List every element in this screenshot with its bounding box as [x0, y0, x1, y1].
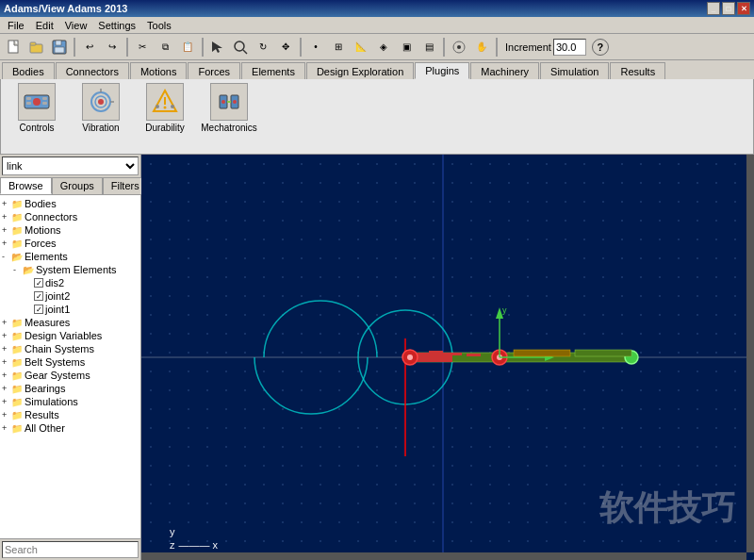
tb-shaded-button[interactable]: ▤ [418, 37, 439, 58]
list-item[interactable]: ✓ joint1 [2, 303, 139, 316]
tb-wire-button[interactable]: ▣ [396, 37, 417, 58]
folder-open-icon: 📂 [11, 252, 23, 262]
increment-label: Increment [505, 41, 551, 53]
list-item[interactable]: ✓ joint2 [2, 289, 139, 303]
list-item[interactable]: + 📁 Gear Systems [2, 369, 139, 382]
tb-measure-button[interactable]: 📐 [351, 37, 371, 58]
close-button[interactable]: ✕ [737, 2, 750, 15]
tb-save-button[interactable] [49, 37, 70, 58]
browse-tab-browse[interactable]: Browse [0, 177, 52, 194]
tab-bodies[interactable]: Bodies [2, 62, 55, 79]
svg-rect-16 [42, 102, 47, 105]
tab-results[interactable]: Results [610, 62, 665, 79]
toolbar-separator-6 [496, 38, 498, 57]
tb-rotate-button[interactable]: ↻ [253, 37, 273, 58]
list-item[interactable]: - 📂 Elements [2, 250, 139, 263]
ribbon-mechatronics-icon[interactable] [210, 83, 248, 121]
list-item[interactable]: + 📁 Results [2, 408, 139, 421]
check-icon: ✓ [34, 305, 43, 314]
svg-rect-13 [26, 97, 31, 100]
tab-elements[interactable]: Elements [241, 62, 305, 79]
expand-icon: + [2, 384, 11, 393]
tab-machinery[interactable]: Machinery [470, 62, 539, 79]
list-item[interactable]: + 📁 Connectors [2, 210, 139, 223]
svg-line-8 [243, 50, 247, 54]
list-item[interactable]: + 📁 Measures [2, 316, 139, 329]
ribbon-durability-icon[interactable] [146, 83, 184, 121]
list-item[interactable]: + 📁 Belt Systems [2, 355, 139, 369]
x-axis-label: ——— x [179, 539, 219, 551]
tb-hand-button[interactable]: ✋ [471, 37, 492, 58]
svg-rect-4 [56, 41, 61, 45]
maximize-button[interactable]: □ [722, 2, 735, 15]
tb-zoom-button[interactable] [230, 37, 251, 58]
ribbon-vibration-icon[interactable] [82, 83, 120, 121]
list-item[interactable]: - 📂 System Elements [2, 263, 139, 276]
main-area: link Browse Groups Filters + 📁 Bodies + … [0, 155, 754, 560]
app-title: Adams/View Adams 2013 [4, 3, 127, 14]
tb-undo-button[interactable]: ↩ [79, 37, 100, 58]
help-button[interactable]: ? [592, 39, 609, 56]
tb-new-button[interactable] [4, 37, 25, 58]
object-type-select[interactable]: link [2, 156, 139, 175]
svg-rect-53 [429, 351, 443, 354]
menu-file[interactable]: File [2, 17, 30, 33]
tab-forces[interactable]: Forces [188, 62, 240, 79]
tab-design-exploration[interactable]: Design Exploration [306, 62, 414, 79]
list-item[interactable]: + 📁 Bodies [2, 197, 139, 210]
ribbon-group-durability-items [146, 83, 184, 121]
tree-view[interactable]: + 📁 Bodies + 📁 Connectors + 📁 Motions + … [0, 195, 140, 538]
tab-simulation[interactable]: Simulation [540, 62, 609, 79]
tb-copy-button[interactable]: ⧉ [155, 37, 175, 58]
ribbon-controls-icon[interactable] [18, 83, 56, 121]
tb-select-button[interactable] [207, 37, 228, 58]
list-item[interactable]: + 📁 Forces [2, 237, 139, 250]
list-item[interactable]: + 📁 Design Variables [2, 329, 139, 342]
list-item[interactable]: + 📁 All Other [2, 421, 139, 435]
viewport[interactable]: link [141, 155, 754, 560]
minimize-button[interactable]: _ [707, 2, 720, 15]
tb-open-button[interactable] [26, 37, 47, 58]
menu-tools[interactable]: Tools [141, 17, 177, 33]
list-item[interactable]: ✓ dis2 [2, 276, 139, 289]
menu-edit[interactable]: Edit [30, 17, 59, 33]
tree-label: Elements [25, 251, 68, 262]
menu-view[interactable]: View [59, 17, 93, 33]
tab-motions[interactable]: Motions [130, 62, 188, 79]
tab-plugins[interactable]: Plugins [415, 62, 469, 79]
svg-rect-14 [26, 102, 31, 105]
svg-point-25 [156, 105, 159, 108]
tb-pan-button[interactable]: ✥ [275, 37, 296, 58]
expand-icon: - [2, 252, 11, 261]
tb-grid-button[interactable]: ⊞ [328, 37, 349, 58]
increment-input[interactable] [553, 39, 586, 56]
menu-settings[interactable]: Settings [92, 17, 141, 33]
folder-icon: 📁 [11, 331, 23, 341]
tb-cut-button[interactable]: ✂ [132, 37, 153, 58]
tab-connectors[interactable]: Connectors [56, 62, 129, 79]
menu-bar: File Edit View Settings Tools [0, 17, 754, 34]
list-item[interactable]: + 📁 Simulations [2, 395, 139, 408]
tree-label: Forces [25, 238, 57, 249]
list-item[interactable]: + 📁 Bearings [2, 382, 139, 395]
horizontal-scrollbar[interactable] [141, 552, 746, 560]
toolbar: ↩ ↪ ✂ ⧉ 📋 ↻ ✥ • ⊞ 📐 ◈ ▣ ▤ ✋ Increment ? [0, 34, 754, 60]
tb-snap-button[interactable] [449, 37, 469, 58]
xz-axis-labels: z ——— x [170, 539, 218, 551]
svg-point-10 [457, 45, 461, 49]
check-icon: ✓ [34, 278, 43, 288]
list-item[interactable]: + 📁 Motions [2, 223, 139, 237]
browse-tabs: Browse Groups Filters [0, 177, 140, 195]
list-item[interactable]: + 📁 Chain Systems [2, 342, 139, 355]
tb-paste-button[interactable]: 📋 [177, 37, 198, 58]
browse-tab-groups[interactable]: Groups [52, 177, 103, 194]
left-panel: link Browse Groups Filters + 📁 Bodies + … [0, 155, 141, 560]
vertical-scrollbar[interactable] [746, 155, 754, 552]
tb-redo-button[interactable]: ↪ [102, 37, 123, 58]
tb-render-button[interactable]: ◈ [373, 37, 394, 58]
toolbar-separator-3 [202, 38, 204, 57]
search-input[interactable] [2, 541, 139, 558]
window-controls[interactable]: _ □ ✕ [707, 2, 750, 15]
tb-point-button[interactable]: • [305, 37, 326, 58]
y-axis-label: y [170, 526, 218, 537]
